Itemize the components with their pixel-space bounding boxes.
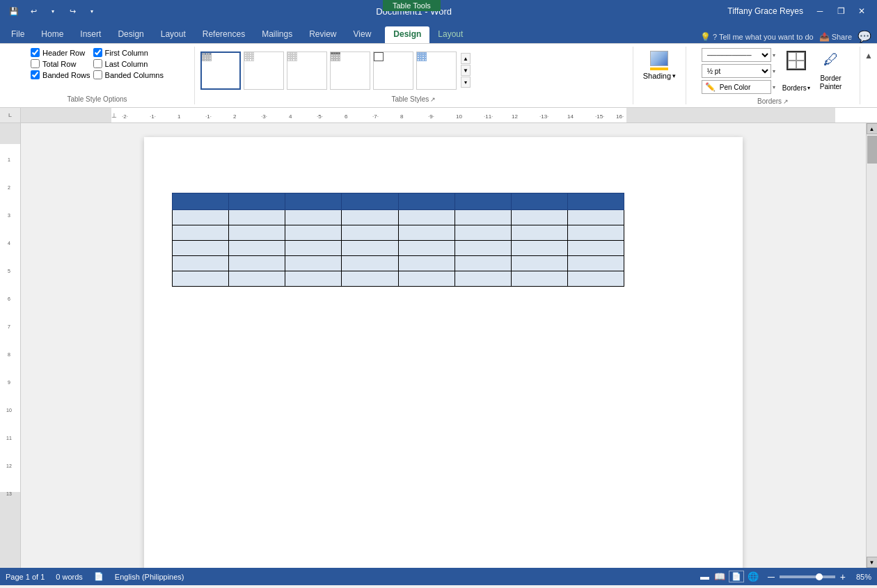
border-thickness-select[interactable]: ½ pt 1 pt 1½ pt 2¼ pt <box>702 64 771 78</box>
tab-layout[interactable]: Layout <box>152 26 194 43</box>
table-style-5[interactable] <box>373 51 413 90</box>
svg-text:·5·: ·5· <box>317 113 323 120</box>
view-normal-button[interactable]: ▬ <box>699 571 711 582</box>
view-print-button[interactable]: 📄 <box>729 571 744 582</box>
table-style-3[interactable] <box>287 51 327 90</box>
tab-design-context[interactable]: Design <box>385 26 429 43</box>
tab-layout-context[interactable]: Layout <box>429 26 471 43</box>
tab-design[interactable]: Design <box>109 26 152 43</box>
line-style-dropdown-arrow: ▾ <box>773 52 775 58</box>
minimize-button[interactable]: ─ <box>810 1 830 21</box>
zoom-slider[interactable] <box>780 575 835 578</box>
zoom-level[interactable]: 85% <box>851 573 871 581</box>
zoom-out-button[interactable]: ─ <box>766 571 777 582</box>
shading-label: Shading <box>643 72 671 80</box>
view-read-button[interactable]: 📖 <box>713 571 727 582</box>
svg-text:·11·: ·11· <box>484 113 493 120</box>
scroll-track <box>867 134 878 557</box>
first-column-checkbox[interactable] <box>93 48 102 57</box>
zoom-thumb[interactable] <box>816 573 823 580</box>
tab-file[interactable]: File <box>3 26 33 43</box>
window-title: Document1 - Word Table Tools <box>106 0 722 22</box>
shading-button[interactable]: Shading ▾ <box>639 48 680 83</box>
undo-arrow[interactable]: ▾ <box>45 3 61 19</box>
last-column-option[interactable]: Last Column <box>93 59 164 68</box>
svg-text:·7·: ·7· <box>372 113 379 120</box>
svg-text:⊥: ⊥ <box>111 112 117 119</box>
customize-qat-button[interactable]: ▾ <box>84 3 100 19</box>
borders-content: ───────── - - - - - ········ ▾ ½ pt 1 pt… <box>702 48 845 95</box>
collapse-ribbon-button[interactable]: ▲ <box>863 49 874 62</box>
share-button[interactable]: 📤 Share <box>819 32 852 42</box>
header-row-checkbox[interactable] <box>31 48 40 57</box>
table-row-header <box>173 193 624 210</box>
svg-text:6: 6 <box>345 113 348 120</box>
svg-text:·3·: ·3· <box>261 113 267 120</box>
borders-expand-icon[interactable]: ↗ <box>783 98 789 105</box>
ruler-svg: ·2· ·1· 1 ·1· 2 ·3· 4 ·5· 6 ·7· 8 ·9· 10… <box>21 108 877 123</box>
svg-text:1: 1 <box>8 157 10 162</box>
shading-group: Shading ▾ <box>633 47 686 104</box>
first-column-option[interactable]: First Column <box>93 48 164 57</box>
view-web-button[interactable]: 🌐 <box>746 571 760 582</box>
borders-button[interactable]: Borders ▾ <box>780 48 813 95</box>
scroll-thumb[interactable] <box>867 136 877 164</box>
zoom-controls: ─ + 85% <box>766 571 871 582</box>
border-painter-button[interactable]: 🖊 Border Painter <box>817 48 845 94</box>
tab-references[interactable]: References <box>194 26 253 43</box>
redo-button[interactable]: ↪ <box>64 3 81 19</box>
svg-text:4: 4 <box>8 241 10 246</box>
restore-button[interactable]: ❐ <box>831 1 851 21</box>
banded-rows-checkbox[interactable] <box>31 70 40 79</box>
status-right: ▬ 📖 📄 🌐 ─ + 85% <box>699 571 871 582</box>
svg-text:14: 14 <box>567 113 574 120</box>
undo-button[interactable]: ↩ <box>25 3 42 19</box>
tab-review[interactable]: Review <box>301 26 345 43</box>
table-row-6 <box>173 271 624 287</box>
header-row-option[interactable]: Header Row <box>31 48 90 57</box>
total-row-option[interactable]: Total Row <box>31 59 90 68</box>
view-buttons: ▬ 📖 📄 🌐 <box>699 571 760 582</box>
border-painter-label2: Painter <box>820 83 842 90</box>
comment-button[interactable]: 💬 <box>858 30 871 43</box>
last-column-label: Last Column <box>105 60 148 68</box>
banded-rows-option[interactable]: Banded Rows <box>31 70 90 79</box>
svg-text:·1·: ·1· <box>205 113 212 120</box>
gallery-expand[interactable]: ▾ <box>461 77 471 88</box>
thickness-dropdown-arrow: ▾ <box>773 68 775 74</box>
tell-me-button[interactable]: 💡 ? Tell me what you want to do <box>700 32 814 42</box>
gallery-scroll-down[interactable]: ▼ <box>461 65 471 76</box>
table-style-2[interactable] <box>244 51 284 90</box>
zoom-in-button[interactable]: + <box>838 571 848 582</box>
close-button[interactable]: ✕ <box>852 1 871 21</box>
svg-text:12: 12 <box>512 113 518 120</box>
border-painter-label: Border <box>821 74 842 82</box>
border-style-select[interactable]: ───────── - - - - - ········ <box>702 48 771 62</box>
gallery-scroll-up[interactable]: ▲ <box>461 53 471 64</box>
scroll-down-button[interactable]: ▼ <box>867 557 878 568</box>
svg-text:2: 2 <box>233 113 237 120</box>
vertical-scrollbar[interactable]: ▲ ▼ <box>866 123 877 568</box>
tab-view[interactable]: View <box>345 26 380 43</box>
scroll-up-button[interactable]: ▲ <box>867 123 878 134</box>
banded-columns-checkbox[interactable] <box>93 70 102 79</box>
document-table[interactable] <box>172 193 624 287</box>
table-styles-expand-icon[interactable]: ↗ <box>430 96 436 103</box>
table-style-options-group: Header Row Total Row Banded Rows First C… <box>0 47 195 104</box>
table-style-4[interactable] <box>330 51 370 90</box>
tab-mailings[interactable]: Mailings <box>253 26 301 43</box>
first-column-label: First Column <box>105 49 148 57</box>
border-controls: ───────── - - - - - ········ ▾ ½ pt 1 pt… <box>702 48 775 94</box>
table-style-options-content: Header Row Total Row Banded Rows First C… <box>31 48 164 93</box>
banded-columns-option[interactable]: Banded Columns <box>93 70 164 79</box>
save-button[interactable]: 💾 <box>6 3 22 19</box>
tab-insert[interactable]: Insert <box>72 26 109 43</box>
pen-color-button[interactable]: ✏️ Pen Color <box>702 80 771 94</box>
last-column-checkbox[interactable] <box>93 59 102 68</box>
total-row-checkbox[interactable] <box>31 59 40 68</box>
table-style-6[interactable] <box>416 51 457 90</box>
svg-rect-1 <box>21 108 111 123</box>
tab-home[interactable]: Home <box>33 26 72 43</box>
table-style-1[interactable] <box>200 51 241 90</box>
banded-columns-label: Banded Columns <box>105 71 164 79</box>
